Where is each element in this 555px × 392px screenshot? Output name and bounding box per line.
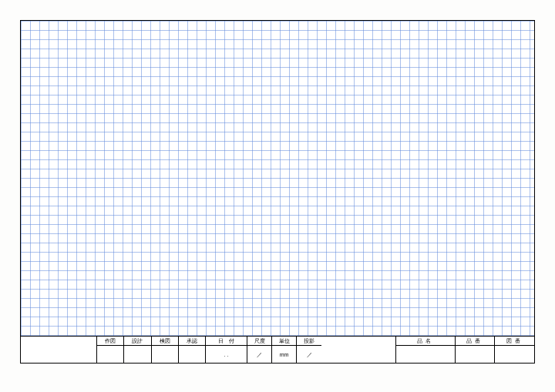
info-cell: 単位mm — [272, 337, 297, 363]
big-cell: 品番 — [456, 337, 496, 363]
big-label: 品名 — [396, 337, 455, 346]
stamp-cell-sakuzu: 作図 — [97, 337, 124, 363]
drawing-sheet: 作図 設計 検図 承認 日 付. .尺度／単位mm投影／ 品名品番図番 — [20, 20, 535, 364]
big-label: 図番 — [495, 337, 534, 346]
title-block-blank — [21, 337, 96, 363]
stamp-cell-kenzu: 検図 — [152, 337, 179, 363]
info-label: 尺度 — [247, 337, 271, 346]
big-value — [396, 346, 455, 363]
big-value — [456, 346, 495, 363]
stamp-cell-shounin: 承認 — [179, 337, 205, 363]
info-value: ／ — [297, 346, 321, 363]
info-cell: 投影／ — [297, 337, 321, 363]
title-block-left: 作図 設計 検図 承認 — [21, 337, 206, 363]
title-block-mid: 日 付. .尺度／単位mm投影／ — [206, 337, 395, 363]
info-value: . . — [206, 346, 247, 363]
stamp-label: 作図 — [97, 337, 123, 346]
stamp-label: 検図 — [152, 337, 178, 346]
title-block-big: 品名品番図番 — [395, 337, 534, 363]
info-cell: 尺度／ — [247, 337, 272, 363]
big-cell: 品名 — [396, 337, 456, 363]
stamp-value — [97, 346, 123, 363]
info-value: mm — [272, 346, 296, 363]
info-value: ／ — [247, 346, 271, 363]
info-cell: 日 付. . — [206, 337, 247, 363]
info-label: 日 付 — [206, 337, 247, 346]
grid-background — [21, 21, 534, 363]
stamp-value — [152, 346, 178, 363]
big-cell: 図番 — [495, 337, 534, 363]
info-label: 投影 — [297, 337, 321, 346]
big-value — [495, 346, 534, 363]
stamp-value — [179, 346, 205, 363]
stamp-cell-sekkei: 設計 — [124, 337, 151, 363]
stamp-label: 承認 — [179, 337, 205, 346]
title-block: 作図 設計 検図 承認 日 付. .尺度／単位mm投影／ 品名品番図番 — [21, 336, 534, 363]
big-label: 品番 — [456, 337, 495, 346]
info-label: 単位 — [272, 337, 296, 346]
stamp-label: 設計 — [124, 337, 150, 346]
stamp-value — [124, 346, 150, 363]
